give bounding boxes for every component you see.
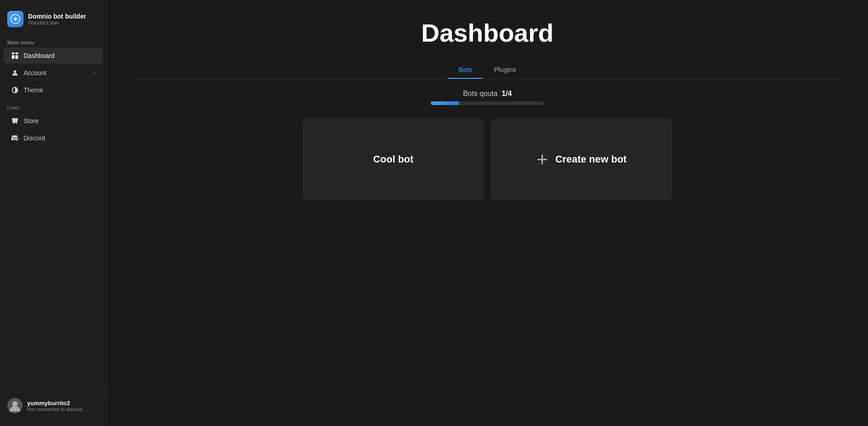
sidebar-item-theme-label: Theme (24, 86, 95, 94)
svg-rect-3 (15, 53, 18, 54)
quota-text: Bots qouta (463, 90, 498, 97)
main-menu-label: Main menu (0, 36, 106, 47)
tabs-container: Bots Plugins (134, 61, 841, 79)
app-logo-text: Domnio bot builder Standard plan (28, 13, 86, 25)
svg-rect-2 (12, 53, 14, 54)
quota-label: Bots qouta 1/4 (463, 90, 512, 98)
page-title: Dashboard (134, 18, 841, 48)
sidebar-item-dashboard-label: Dashboard (24, 52, 95, 59)
theme-icon (11, 86, 19, 94)
user-status: Not connected to discord (27, 407, 82, 412)
user-name: yummyburrito2 (27, 400, 82, 407)
bot-card-cool-bot[interactable]: Cool bot (303, 119, 484, 200)
person-icon (11, 69, 19, 77)
tab-bots[interactable]: Bots (448, 61, 483, 79)
avatar (7, 398, 23, 413)
quota-progress-fill (431, 101, 459, 105)
bot-cards-container: Cool bot + Create new bot (134, 119, 841, 200)
quota-container: Bots qouta 1/4 (134, 90, 841, 105)
sidebar-item-store-label: Store (24, 117, 95, 124)
app-logo-icon (7, 11, 24, 27)
sidebar-item-theme[interactable]: Theme (4, 82, 103, 98)
quota-progress-bg (431, 101, 544, 105)
svg-point-6 (14, 70, 16, 73)
chevron-right-icon: › (94, 70, 95, 76)
user-info: yummyburrito2 Not connected to discord (27, 400, 82, 412)
app-logo: Domnio bot builder Standard plan (0, 7, 106, 36)
links-label: Links (0, 99, 106, 112)
sidebar-item-store[interactable]: Store (4, 113, 103, 129)
svg-rect-4 (12, 55, 14, 59)
quota-value: 1/4 (502, 90, 512, 97)
app-title: Domnio bot builder (28, 13, 86, 20)
dashboard-icon (11, 52, 19, 60)
svg-point-1 (14, 18, 16, 20)
svg-rect-5 (15, 55, 18, 59)
user-profile[interactable]: yummyburrito2 Not connected to discord (0, 392, 106, 419)
sidebar-item-account[interactable]: Account › (4, 65, 103, 81)
sidebar-item-discord-label: Discord (24, 134, 95, 142)
sidebar-item-discord[interactable]: Discord (4, 130, 103, 146)
sidebar-item-account-label: Account (24, 69, 89, 77)
sidebar-item-dashboard[interactable]: Dashboard (4, 48, 103, 64)
main-content: Dashboard Bots Plugins Bots qouta 1/4 Co… (107, 0, 868, 426)
tab-plugins[interactable]: Plugins (483, 61, 527, 79)
sidebar: Domnio bot builder Standard plan Main me… (0, 0, 107, 426)
store-icon (11, 117, 19, 125)
create-bot-card[interactable]: + Create new bot (491, 119, 672, 200)
app-plan: Standard plan (28, 20, 86, 25)
svg-point-9 (12, 401, 18, 407)
create-bot-label: Create new bot (555, 153, 627, 165)
plus-icon: + (536, 149, 548, 169)
discord-icon (11, 134, 19, 142)
bot-card-cool-bot-name: Cool bot (373, 153, 413, 165)
